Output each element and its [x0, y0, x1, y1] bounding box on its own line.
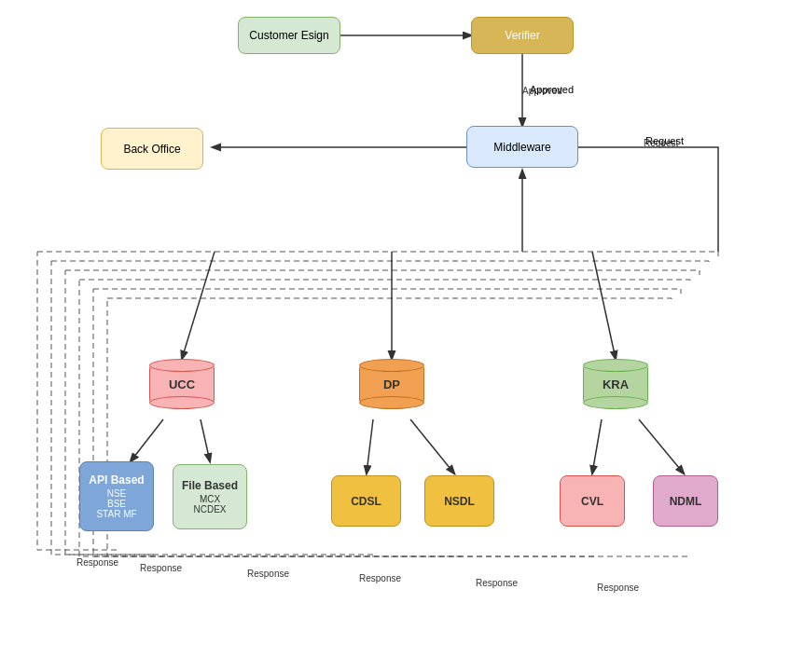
- svg-line-3: [182, 252, 215, 359]
- diagram-container: Approved Request Response Response Respo…: [0, 0, 790, 672]
- svg-line-10: [592, 419, 602, 473]
- cvl-node: CVL: [560, 475, 625, 527]
- svg-line-8: [367, 419, 373, 473]
- kra-node: KRA: [583, 359, 648, 409]
- ucc-node: UCC: [149, 359, 215, 409]
- response-label-1: Response: [76, 557, 118, 568]
- response-label-4: Response: [359, 573, 401, 583]
- api-based-node: API Based NSE BSE STAR MF: [79, 461, 154, 531]
- middleware-node: Middleware: [466, 126, 578, 168]
- dp-node: DP: [359, 359, 424, 409]
- svg-line-11: [639, 419, 684, 473]
- arrows-svg: [0, 0, 790, 672]
- customer-esign-node: Customer Esign: [238, 17, 340, 54]
- nsdl-node: NSDL: [424, 475, 494, 527]
- response-label-3: Response: [247, 569, 289, 579]
- svg-line-9: [410, 419, 454, 473]
- approved-text: Approved: [530, 84, 574, 95]
- svg-line-6: [131, 419, 163, 461]
- back-office-node: Back Office: [101, 128, 203, 170]
- response-label-2: Response: [140, 563, 182, 573]
- svg-line-7: [201, 419, 210, 461]
- response-label-5: Response: [476, 578, 518, 588]
- ndml-node: NDML: [653, 475, 718, 527]
- file-based-node: File Based MCX NCDEX: [173, 464, 247, 529]
- cdsl-node: CDSL: [331, 475, 401, 527]
- request-text: Request: [645, 135, 684, 146]
- response-label-6: Response: [597, 583, 639, 593]
- verifier-node: Verifier: [471, 17, 574, 54]
- svg-line-5: [592, 252, 616, 359]
